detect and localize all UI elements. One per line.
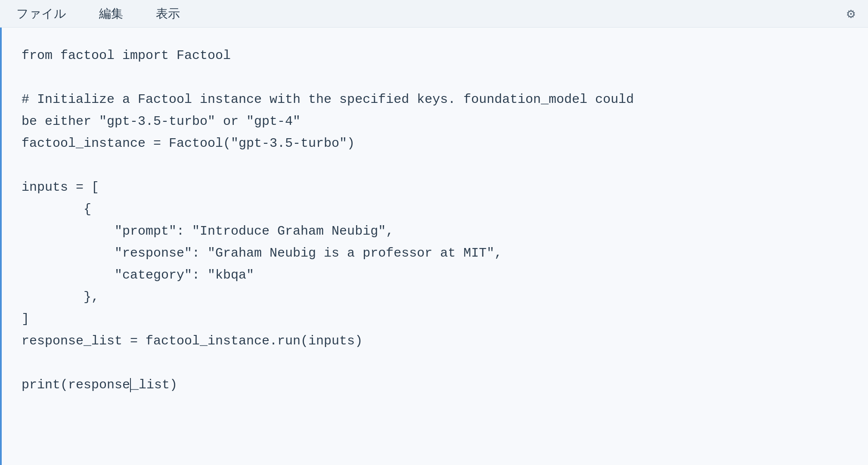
code-line-10: "response": "Graham Neubig is a professo… — [22, 242, 846, 264]
menu-item-edit[interactable]: 編集 — [96, 4, 127, 24]
app-container: ファイル 編集 表示 ⚙ from factool import Factool… — [0, 0, 868, 465]
code-line-9: "prompt": "Introduce Graham Neubig", — [22, 220, 846, 242]
code-line-16: print(response_list) — [22, 374, 846, 396]
code-line-7: inputs = [ — [22, 177, 846, 198]
code-line-18 — [22, 418, 846, 440]
code-line-13: ] — [22, 308, 846, 330]
code-line-2 — [22, 67, 846, 89]
code-line-12: }, — [22, 286, 846, 308]
code-line-17 — [22, 396, 846, 418]
text-cursor — [130, 378, 131, 392]
code-line-3: # Initialize a Factool instance with the… — [22, 89, 846, 111]
editor-wrapper: from factool import Factool # Initialize… — [0, 28, 868, 465]
left-border-indicator — [0, 28, 2, 465]
code-line-11: "category": "kbqa" — [22, 264, 846, 286]
menu-bar: ファイル 編集 表示 ⚙ — [0, 0, 868, 28]
gear-icon[interactable]: ⚙ — [847, 5, 855, 22]
code-line-8: { — [22, 198, 846, 220]
menu-item-file[interactable]: ファイル — [13, 4, 70, 24]
code-line-1: from factool import Factool — [22, 45, 846, 67]
code-content: from factool import Factool # Initialize… — [22, 45, 846, 448]
editor-area[interactable]: from factool import Factool # Initialize… — [0, 28, 868, 465]
code-line-15 — [22, 352, 846, 374]
code-line-5: factool_instance = Factool("gpt-3.5-turb… — [22, 133, 846, 155]
code-line-6 — [22, 155, 846, 177]
menu-item-view[interactable]: 表示 — [152, 4, 183, 24]
code-line-14: response_list = factool_instance.run(inp… — [22, 330, 846, 352]
code-line-4: be either "gpt-3.5-turbo" or "gpt-4" — [22, 111, 846, 133]
